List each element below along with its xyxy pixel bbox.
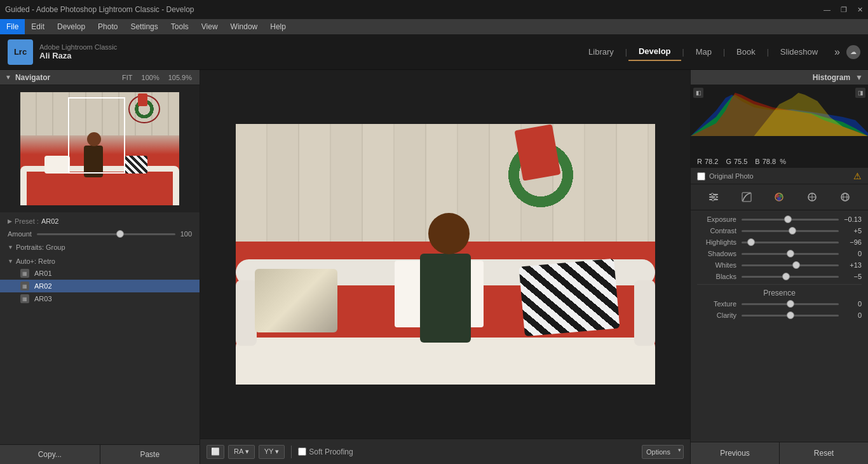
amount-label: Amount — [8, 230, 32, 238]
preset-item-ar02[interactable]: ▦ AR02 — [0, 280, 200, 292]
menu-develop[interactable]: Develop — [51, 19, 92, 34]
tab-map[interactable]: Map — [686, 43, 722, 60]
zoom-100[interactable]: 100% — [139, 74, 162, 81]
shadows-row: Shadows 0 — [697, 250, 862, 257]
menu-file[interactable]: File — [0, 19, 25, 34]
preset-icon-ar03: ▦ — [20, 294, 29, 303]
toolbar-options-select[interactable]: Options — [642, 445, 684, 459]
center-panel: MerryChristmas ⬜ RA ▾ YY ▾ Soft Proofing — [200, 70, 690, 464]
navigator-header: ▼ Navigator FIT 100% 105.9% — [0, 70, 200, 85]
tab-slideshow[interactable]: Slideshow — [770, 43, 828, 60]
app-logo: Lrc — [8, 39, 33, 65]
blacks-value: −5 — [839, 273, 862, 280]
detail-button[interactable] — [803, 188, 821, 206]
preset-icon-ar01: ▦ — [20, 269, 29, 278]
tab-library[interactable]: Library — [578, 43, 624, 60]
navigator-thumb[interactable] — [20, 92, 179, 205]
contrast-value: +5 — [839, 227, 862, 235]
zoom-custom[interactable]: 105.9% — [166, 74, 194, 81]
tone-curve-button[interactable] — [738, 188, 756, 206]
histogram-highlight-clip-icon[interactable]: ◨ — [855, 88, 865, 98]
minimize-button[interactable]: — — [824, 6, 831, 14]
soft-proofing-checkbox[interactable] — [298, 447, 306, 456]
reset-button[interactable]: Reset — [780, 442, 868, 464]
toolbar: ⬜ RA ▾ YY ▾ Soft Proofing Options ▾ — [200, 439, 690, 464]
user-name: Ali Raza — [39, 51, 117, 60]
navigator-collapse-icon[interactable]: ▼ — [5, 74, 11, 81]
shadows-slider[interactable] — [742, 253, 839, 255]
histogram-shadow-clip-icon[interactable]: ◧ — [693, 88, 703, 98]
svg-point-4 — [711, 193, 714, 196]
soft-proofing-label[interactable]: Soft Proofing — [309, 447, 353, 456]
copy-paste-bar: Copy... Paste — [0, 444, 200, 464]
clarity-row: Clarity 0 — [697, 311, 862, 319]
tab-develop[interactable]: Develop — [628, 43, 681, 61]
svg-point-10 — [779, 194, 783, 198]
image-area[interactable]: MerryChristmas — [200, 70, 690, 439]
g-value: 75.5 — [734, 158, 747, 165]
basic-panel-button[interactable] — [705, 188, 722, 206]
exposure-slider[interactable] — [742, 219, 839, 221]
clarity-slider[interactable] — [742, 315, 839, 317]
color-mixer-button[interactable] — [770, 188, 788, 206]
nav-tabs: Library | Develop | Map | Book | Slidesh… — [578, 43, 860, 61]
b-value: 78.8 — [763, 158, 776, 165]
tool-crop-button[interactable]: ⬜ — [207, 445, 224, 459]
menu-window[interactable]: Window — [224, 19, 264, 34]
navigator-preview — [0, 85, 200, 212]
close-button[interactable]: ✕ — [857, 6, 863, 14]
shadows-label: Shadows — [697, 250, 742, 257]
amount-area: Amount 100 — [0, 228, 200, 240]
texture-slider[interactable] — [742, 303, 839, 305]
preset-icon-ar02: ▦ — [20, 282, 29, 290]
exposure-value: −0.13 — [839, 215, 862, 223]
presence-label: Presence — [697, 289, 862, 297]
preset-item-ar01[interactable]: ▦ AR01 — [0, 267, 200, 280]
tool-orientation-select[interactable]: YY ▾ — [259, 445, 285, 459]
g-label: G — [726, 158, 731, 165]
menu-photo[interactable]: Photo — [92, 19, 124, 34]
r-label: R — [697, 158, 702, 165]
highlights-value: −96 — [839, 238, 862, 246]
histogram-expand-icon[interactable]: ▼ — [855, 73, 863, 82]
texture-label: Texture — [697, 300, 742, 308]
clarity-value: 0 — [839, 311, 862, 319]
tool-aspect-select[interactable]: RA ▾ — [228, 445, 255, 459]
presence-divider — [697, 284, 862, 285]
paste-button[interactable]: Paste — [100, 445, 200, 464]
highlights-slider[interactable] — [742, 242, 839, 243]
menu-view[interactable]: View — [195, 19, 224, 34]
exposure-row: Exposure −0.13 — [697, 215, 862, 223]
menu-help[interactable]: Help — [264, 19, 292, 34]
original-photo-checkbox[interactable] — [697, 172, 705, 181]
cloud-icon[interactable]: ☁ — [846, 45, 860, 59]
nav-expand-button[interactable]: » — [834, 46, 840, 58]
preset-group-portraits-header[interactable]: ▼ Portraits: Group — [0, 242, 200, 253]
soft-proofing-control[interactable]: Soft Proofing — [298, 447, 353, 456]
whites-slider[interactable] — [742, 264, 839, 266]
whites-row: Whites +13 — [697, 261, 862, 269]
zoom-fit[interactable]: FIT — [119, 74, 135, 81]
sliders-panel: Exposure −0.13 Contrast +5 Highlights −9… — [691, 210, 868, 328]
original-photo-bar: Original Photo ⚠ — [691, 168, 868, 184]
histogram-graph — [691, 85, 868, 136]
histogram-title: Histogram — [813, 73, 850, 82]
contrast-slider[interactable] — [742, 230, 839, 232]
lens-corrections-button[interactable] — [836, 188, 854, 206]
original-photo-label[interactable]: Original Photo — [709, 172, 754, 180]
blacks-slider[interactable] — [742, 276, 839, 278]
menu-tools[interactable]: Tools — [165, 19, 195, 34]
menu-edit[interactable]: Edit — [25, 19, 51, 34]
left-panel: ▼ Navigator FIT 100% 105.9% — [0, 70, 200, 464]
restore-button[interactable]: ❐ — [841, 6, 847, 14]
contrast-label: Contrast — [697, 227, 742, 235]
navigator-title: Navigator — [15, 73, 50, 82]
previous-button[interactable]: Previous — [691, 442, 780, 464]
title-bar-text: Guided - Adobe Photoshop Lightroom Class… — [5, 5, 194, 14]
menu-settings[interactable]: Settings — [124, 19, 164, 34]
preset-item-ar03[interactable]: ▦ AR03 — [0, 292, 200, 305]
preset-group-auto-retro-header[interactable]: ▼ Auto+: Retro — [0, 256, 200, 267]
amount-slider[interactable] — [37, 233, 175, 235]
tab-book[interactable]: Book — [726, 43, 766, 60]
copy-button[interactable]: Copy... — [0, 445, 100, 464]
